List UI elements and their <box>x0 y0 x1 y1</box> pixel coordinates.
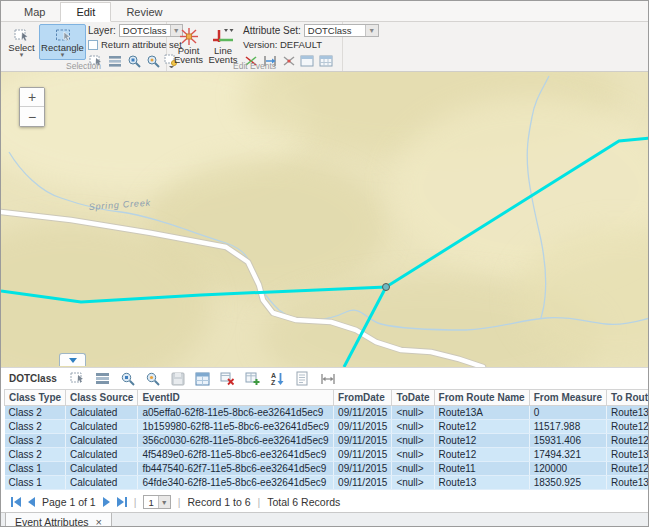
tab-edit[interactable]: Edit <box>60 2 111 22</box>
rectangle-button[interactable]: Rectangle ▾ <box>39 24 86 60</box>
last-page-button[interactable] <box>117 497 127 507</box>
table-cell: Class 2 <box>5 420 66 434</box>
attribute-window-icon[interactable] <box>195 371 211 387</box>
table-cell: Calculated <box>66 420 138 434</box>
table-cell: Class 1 <box>5 476 66 490</box>
total-records-text: Total 6 Records <box>267 496 340 508</box>
table-cell: <null> <box>392 476 434 490</box>
selection-group: Select ▾ Rectangle ▾ Layer: DOTClass ▼ <box>1 22 167 71</box>
sort-records-icon[interactable]: AZ <box>270 371 286 387</box>
previous-page-button[interactable] <box>28 497 35 507</box>
column-header[interactable]: Class Source <box>66 390 138 406</box>
table-cell: Class 2 <box>5 448 66 462</box>
point-events-icon <box>178 27 200 46</box>
delete-record-icon[interactable] <box>220 371 236 387</box>
tab-review[interactable]: Review <box>111 3 177 21</box>
return-attribute-set-checkbox[interactable] <box>88 40 98 50</box>
table-cell: 18350.925 <box>529 476 606 490</box>
table-row[interactable]: Class 1Calculatedfb447540-62f7-11e5-8bc6… <box>5 462 649 476</box>
table-cell: <null> <box>392 434 434 448</box>
table-cell: 0 <box>529 406 606 420</box>
table-cell: 15931.406 <box>529 434 606 448</box>
tab-event-attributes[interactable]: Event Attributes × <box>5 513 112 527</box>
separator: | <box>258 496 261 508</box>
table-row[interactable]: Class 2Calculated1b159980-62f8-11e5-8bc6… <box>5 420 649 434</box>
column-width-icon[interactable] <box>320 371 336 387</box>
tab-map[interactable]: Map <box>9 3 60 21</box>
select-records-icon[interactable] <box>70 371 86 387</box>
map-canvas: Spring Creek <box>1 72 649 367</box>
zoom-out-button[interactable]: − <box>20 107 44 126</box>
close-tab-icon[interactable]: × <box>96 517 102 527</box>
svg-text:Z: Z <box>271 379 276 386</box>
page-text: Page 1 of 1 <box>42 496 96 508</box>
event-attributes-panel: DOTClass <box>1 367 648 512</box>
separator: | <box>134 496 137 508</box>
table-cell: a05effa0-62f8-11e5-8bc6-ee32641d5ec9 <box>138 406 334 420</box>
rectangle-dropdown-caret[interactable]: ▾ <box>61 53 65 57</box>
column-header[interactable]: ToDate <box>392 390 434 406</box>
column-header[interactable]: FromDate <box>334 390 392 406</box>
rectangle-tool-icon <box>55 27 70 42</box>
table-cell: Class 1 <box>5 462 66 476</box>
panel-collapse-handle[interactable] <box>59 353 86 366</box>
attribute-set-dropdown-arrow-icon[interactable]: ▼ <box>365 25 378 36</box>
table-cell: Route12 <box>607 434 649 448</box>
table-cell: Route12 <box>434 420 529 434</box>
next-page-button[interactable] <box>103 497 110 507</box>
select-dropdown-caret[interactable]: ▾ <box>20 53 24 57</box>
pagination-bar: Page 1 of 1 | 1 ▼ | Record 1 to 6 | Tota… <box>1 492 648 512</box>
zoom-in-button[interactable]: + <box>20 88 44 107</box>
attribute-set-dropdown[interactable]: DOTClass ▼ <box>304 24 379 37</box>
zoom-to-record-icon[interactable] <box>120 371 136 387</box>
table-cell: Calculated <box>66 476 138 490</box>
table-cell: 09/11/2015 <box>334 476 392 490</box>
table-row[interactable]: Class 1Calculated64fde340-62f8-11e5-8bc6… <box>5 476 649 490</box>
svg-text:A: A <box>271 372 276 379</box>
table-cell: 09/11/2015 <box>334 420 392 434</box>
table-cell: Calculated <box>66 434 138 448</box>
add-record-icon[interactable] <box>245 371 261 387</box>
column-header[interactable]: EventID <box>138 390 334 406</box>
attribute-set-value: DOTClass <box>305 25 365 36</box>
route-junction-vertex[interactable] <box>383 284 390 291</box>
table-cell: Route13 <box>607 448 649 462</box>
map-zoom-control: + − <box>19 87 45 127</box>
edit-events-group-label: Edit Events <box>167 61 342 71</box>
table-header-row: Class TypeClass SourceEventIDFromDateToD… <box>5 390 649 406</box>
table-cell: Route13A <box>434 406 529 420</box>
table-cell: Calculated <box>66 462 138 476</box>
table-row[interactable]: Class 2Calculated4f5489e0-62f8-11e5-8bc6… <box>5 448 649 462</box>
switch-selection-icon[interactable] <box>95 371 111 387</box>
table-cell: Route12 <box>434 434 529 448</box>
table-cell: Route13A <box>607 406 649 420</box>
table-cell: Class 2 <box>5 406 66 420</box>
table-cell: 09/11/2015 <box>334 448 392 462</box>
report-icon[interactable] <box>295 371 311 387</box>
column-header[interactable]: To Route Name <box>607 390 649 406</box>
first-page-button[interactable] <box>11 497 21 507</box>
page-number-value: 1 <box>144 496 157 508</box>
save-edits-icon[interactable] <box>170 371 186 387</box>
select-button[interactable]: Select ▾ <box>6 24 37 60</box>
map-view[interactable]: Spring Creek + − <box>1 72 649 367</box>
column-header[interactable]: Class Type <box>5 390 66 406</box>
table-title: DOTClass <box>9 373 57 384</box>
ribbon: Select ▾ Rectangle ▾ Layer: DOTClass ▼ <box>1 22 648 72</box>
pan-to-record-icon[interactable] <box>145 371 161 387</box>
table-cell: <null> <box>392 420 434 434</box>
page-number-select[interactable]: 1 ▼ <box>143 495 170 509</box>
table-cell: fb447540-62f7-11e5-8bc6-ee32641d5ec9 <box>138 462 334 476</box>
table-cell: 64fde340-62f8-11e5-8bc6-ee32641d5ec9 <box>138 476 334 490</box>
table-toolbar: DOTClass <box>1 367 648 389</box>
table-row[interactable]: Class 2Calculateda05effa0-62f8-11e5-8bc6… <box>5 406 649 420</box>
table-cell: <null> <box>392 448 434 462</box>
column-header[interactable]: From Measure <box>529 390 606 406</box>
column-header[interactable]: From Route Name <box>434 390 529 406</box>
table-row[interactable]: Class 2Calculated356c0030-62f8-11e5-8bc6… <box>5 434 649 448</box>
ribbon-empty-space <box>343 22 648 71</box>
page-number-dropdown-arrow-icon[interactable]: ▼ <box>158 496 170 508</box>
table-cell: 4f5489e0-62f8-11e5-8bc6-ee32641d5ec9 <box>138 448 334 462</box>
table-cell: 120000 <box>529 462 606 476</box>
attribute-set-label: Attribute Set: <box>243 25 301 36</box>
